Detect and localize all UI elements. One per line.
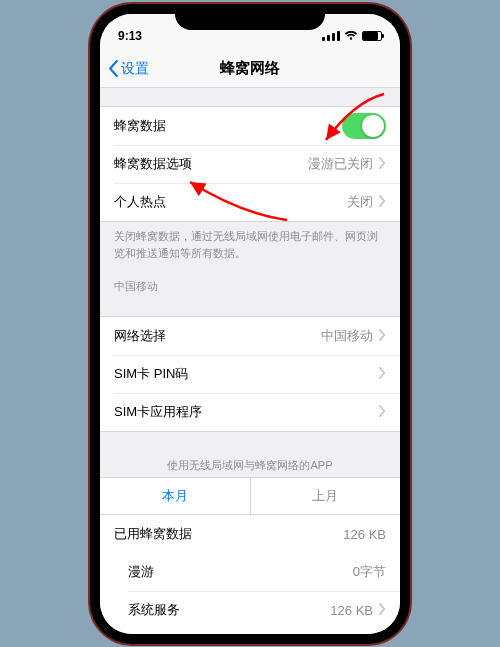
group-carrier: 网络选择 中国移动 SIM卡 PIN码 SIM卡应用程序 [100,316,400,432]
chevron-right-icon [379,329,386,344]
network-select-row[interactable]: 网络选择 中国移动 [100,317,400,355]
notch [175,4,325,30]
battery-icon [362,31,382,41]
personal-hotspot-label: 个人热点 [114,193,166,211]
chevron-right-icon [379,367,386,382]
sim-apps-row[interactable]: SIM卡应用程序 [100,393,400,431]
roaming-row: 漫游 0字节 [100,553,400,591]
network-select-label: 网络选择 [114,327,166,345]
content-scroll[interactable]: 蜂窝数据 蜂窝数据选项 漫游已关闭 个人热点 关闭 [100,88,400,634]
carrier-header: 中国移动 [100,261,400,298]
status-indicators [322,31,382,41]
usage-tabs: 本月 上月 [100,477,400,515]
app-usage-header: 使用无线局域网与蜂窝网络的APP [100,432,400,477]
group-usage: 已用蜂窝数据 126 KB 漫游 0字节 系统服务 126 KB [100,515,400,634]
cellular-data-row[interactable]: 蜂窝数据 [100,107,400,145]
chevron-right-icon [379,157,386,172]
back-label: 设置 [121,60,149,78]
cellular-data-toggle[interactable] [342,113,386,139]
used-data-label: 已用蜂窝数据 [114,525,192,543]
chevron-right-icon [379,405,386,420]
system-services-row[interactable]: 系统服务 126 KB [100,591,400,629]
cellular-options-label: 蜂窝数据选项 [114,155,192,173]
personal-hotspot-value: 关闭 [347,193,373,211]
group-cellular: 蜂窝数据 蜂窝数据选项 漫游已关闭 个人热点 关闭 [100,106,400,222]
sim-apps-label: SIM卡应用程序 [114,403,202,421]
nav-bar: 设置 蜂窝网络 [100,50,400,88]
used-data-value: 126 KB [343,527,386,542]
back-button[interactable]: 设置 [108,60,149,78]
roaming-label: 漫游 [128,563,154,581]
system-services-label: 系统服务 [128,601,180,619]
sim-pin-row[interactable]: SIM卡 PIN码 [100,355,400,393]
system-services-value: 126 KB [330,603,373,618]
chevron-right-icon [379,603,386,618]
roaming-value: 0字节 [353,563,386,581]
screen: 9:13 设置 蜂窝网络 蜂窝数据 蜂窝数据选项 [100,14,400,634]
used-data-row: 已用蜂窝数据 126 KB [100,515,400,553]
phone-frame: 9:13 设置 蜂窝网络 蜂窝数据 蜂窝数据选项 [90,4,410,644]
app-iqiyi-row[interactable]: 爱奇艺 WLAN与蜂窝网络 [100,629,400,634]
cellular-options-row[interactable]: 蜂窝数据选项 漫游已关闭 [100,145,400,183]
chevron-right-icon [379,195,386,210]
sim-pin-label: SIM卡 PIN码 [114,365,188,383]
wifi-icon [344,31,358,41]
cellular-data-label: 蜂窝数据 [114,117,166,135]
tab-this-month[interactable]: 本月 [100,478,251,514]
network-select-value: 中国移动 [321,327,373,345]
cellular-options-value: 漫游已关闭 [308,155,373,173]
status-time: 9:13 [118,29,142,43]
chevron-left-icon [108,60,119,77]
cellular-footer-note: 关闭蜂窝数据，通过无线局域网使用电子邮件、网页浏览和推送通知等所有数据。 [100,222,400,261]
personal-hotspot-row[interactable]: 个人热点 关闭 [100,183,400,221]
signal-icon [322,31,340,41]
tab-last-month[interactable]: 上月 [251,478,401,514]
